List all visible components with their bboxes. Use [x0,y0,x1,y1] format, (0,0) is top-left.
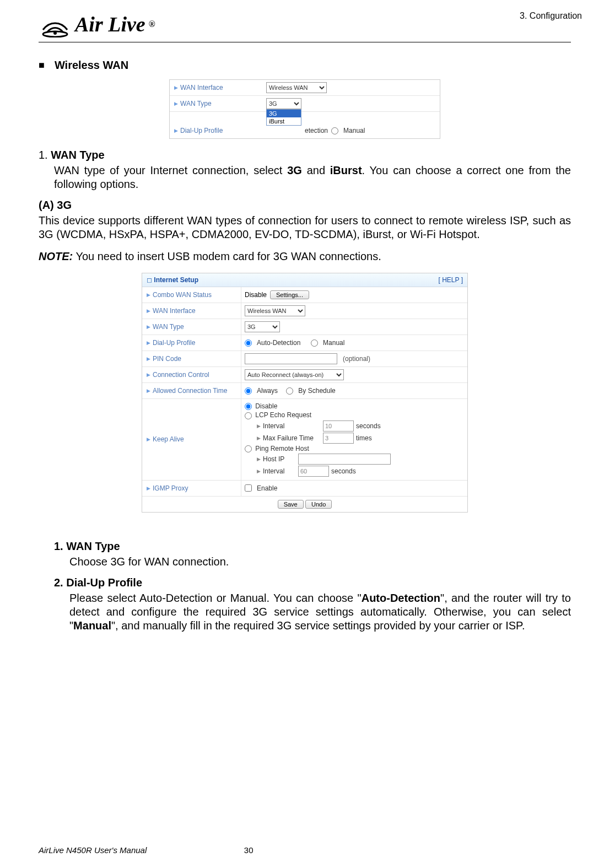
footer-title: AirLive N450R User's Manual [39,845,147,855]
connection-control-select[interactable]: Auto Reconnect (always-on) [245,369,344,380]
note-block: NOTE: You need to insert USB modem card … [39,250,571,263]
allowed-schedule-radio[interactable] [286,387,293,395]
list2-item2: 2. Dial-Up Profile [54,576,571,589]
igmp-enable-checkbox[interactable] [245,484,252,492]
ka-interval2-unit: seconds [331,467,356,475]
ka-ping-radio[interactable] [245,445,252,452]
wan-interface-select[interactable]: Wireless WAN [266,82,327,93]
label-wan-type: WAN Type [180,100,212,107]
allowed-schedule-label: By Schedule [298,387,335,395]
save-button[interactable]: Save [278,500,304,509]
list2-item1-body: Choose 3G for WAN connection. [69,555,571,569]
row-wan-interface: ▶WAN Interface Wireless WAN [170,80,440,96]
row-wan-type: ▶WAN Type 3G 3G iBurst [170,96,440,112]
config-panel-large: ◻ Internet Setup [ HELP ] ▶Combo WAN Sta… [142,273,468,513]
page-footer: AirLive N450R User's Manual 30 [39,845,571,855]
ka-lcp-radio[interactable] [245,412,252,419]
ka-hostip-input[interactable] [298,454,391,465]
wifi-icon [39,11,72,37]
undo-button[interactable]: Undo [305,500,332,509]
label-dialup: Dial-Up Profile [180,127,223,134]
label-wan-type-2: WAN Type [153,323,184,331]
dialup-auto-radio[interactable] [245,339,252,347]
triangle-icon: ▶ [174,101,178,106]
svg-point-1 [53,31,57,35]
combo-wan-settings-button[interactable]: Settings... [270,290,309,299]
label-combo-wan: Combo WAN Status [153,291,212,299]
combo-wan-status-text: Disable [245,291,267,299]
brand-logo: Air Live® [39,11,571,37]
brand-text: Air Live [75,12,145,36]
igmp-enable-label: Enable [257,484,277,492]
ka-lcp-label: LCP Echo Request [255,411,311,419]
ka-ping-label: Ping Remote Host [255,445,309,452]
option-3g[interactable]: 3G [267,110,301,117]
ka-interval-input[interactable] [323,420,354,432]
panel-title-bar: ◻ Internet Setup [ HELP ] [142,273,467,287]
allowed-always-label: Always [257,387,278,395]
triangle-icon: ▶ [174,128,178,133]
list2-item2-body: Please select Auto-Detection or Manual. … [69,591,571,633]
dialup-trailing-text: etection [305,127,328,134]
ka-interval2-input[interactable] [298,466,329,477]
list2-item1: 1. WAN Type [54,540,571,553]
dialup-manual-radio[interactable] [331,127,338,134]
page-number: 30 [244,845,254,855]
dialup-manual-label: Manual [343,127,365,134]
list-item-1: 1. WAN Type [39,149,571,161]
ka-interval-unit: seconds [356,422,381,430]
label-keepalive: Keep Alive [153,435,184,443]
label-conn-ctrl: Connection Control [153,371,209,379]
dialup-manual-radio-2[interactable] [311,339,318,347]
wan-interface-select-2[interactable]: Wireless WAN [245,305,305,316]
wan-type-options-list: 3G iBurst [266,109,301,126]
dialup-manual-label-2: Manual [323,339,344,347]
label-wan-interface-2: WAN Interface [153,307,196,315]
ka-interval-label: Interval [263,422,321,430]
keepalive-block: Disable LCP Echo Request ▶Interval secon… [241,399,467,480]
label-allowed-time: Allowed Connection Time [153,387,227,395]
registered-icon: ® [149,19,155,29]
ka-disable-radio[interactable] [245,403,252,410]
label-pin: PIN Code [153,355,181,363]
ka-interval2-label: Interval [263,467,296,475]
dialup-auto-label: Auto-Detection [257,339,300,347]
ka-maxfail-unit: times [356,434,372,442]
sub-a-heading: (A) 3G [39,199,571,212]
wan-type-select-2[interactable]: 3G [245,321,280,332]
help-link[interactable]: [ HELP ] [439,276,463,284]
wan-type-select[interactable]: 3G [266,98,301,109]
pin-code-input[interactable] [245,353,337,364]
label-dialup-2: Dial-Up Profile [153,339,195,347]
wan-type-description: WAN type of your Internet connection, se… [54,164,571,191]
allowed-always-radio[interactable] [245,387,252,395]
ka-disable-label: Disable [255,402,277,410]
section-heading: Wireless WAN [39,59,571,72]
sub-a-para: This device supports different WAN types… [39,214,571,241]
label-wan-interface: WAN Interface [180,84,223,91]
row-dialup-profile: ▶Dial-Up Profile etection Manual [170,112,440,138]
config-panel-small: ▶WAN Interface Wireless WAN ▶WAN Type 3G… [169,79,440,139]
ka-hostip-label: Host IP [263,455,296,463]
triangle-icon: ▶ [174,85,178,90]
chapter-label: 3. Configuration [520,11,582,21]
ka-maxfail-input[interactable] [323,433,354,444]
ka-maxfail-label: Max Failure Time [263,434,321,442]
wan-type-select-open[interactable]: 3G 3G iBurst [266,98,301,109]
option-iburst[interactable]: iBurst [267,117,301,125]
pin-optional-text: (optional) [343,355,370,363]
label-igmp: IGMP Proxy [153,484,188,492]
button-row: Save Undo [142,497,467,512]
header-rule [39,42,571,42]
panel-title: Internet Setup [154,276,198,284]
